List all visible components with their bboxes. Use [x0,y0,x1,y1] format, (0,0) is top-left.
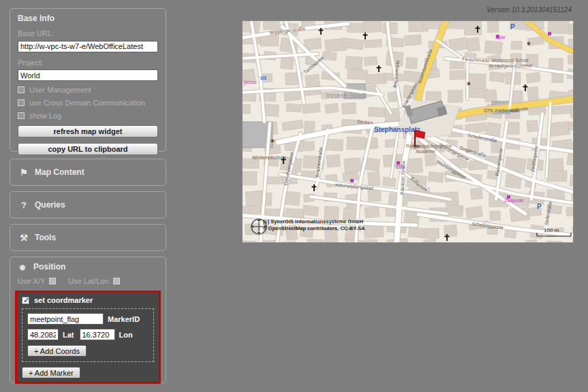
cross-domain-row: use Cross Domain Communication [18,99,158,107]
set-coordmarker-checkbox[interactable] [22,297,29,304]
svg-text:Spar: Spar [495,35,506,40]
svg-text:P: P [510,23,515,31]
bullet-icon: ◉ [18,263,27,271]
use-xy-checkbox[interactable] [49,278,56,284]
lat-lon-row: Lat Lon [27,329,149,340]
coordmarker-highlight-box: set coordmarker MarkerID Lat Lon + Add C… [15,291,161,384]
show-log-checkbox[interactable] [18,112,25,119]
cross-domain-checkbox[interactable] [18,99,25,106]
svg-text:Stephansplatz: Stephansplatz [374,126,420,133]
queries-panel[interactable]: ? Queries [10,191,166,218]
show-log-row: show Log [18,112,158,120]
set-coordmarker-label: set coordmarker [34,296,93,304]
svg-text:P: P [537,203,542,210]
tools-title: Tools [35,233,56,242]
lon-label: Lon [119,331,133,339]
svg-text:Zielpunkt: Zielpunkt [504,198,523,203]
svg-text:Innere Stadt: Innere Stadt [326,91,367,99]
svg-text:Akademie: Akademie [416,149,435,154]
base-url-input[interactable] [18,41,158,52]
lat-label: Lat [63,331,74,339]
question-icon: ? [19,200,29,210]
project-label: Project: [18,59,158,67]
marker-form-group: MarkerID Lat Lon + Add Coords [22,308,154,362]
marker-id-input[interactable] [27,313,104,325]
add-marker-button[interactable]: + Add Marker [22,367,80,378]
tools-panel[interactable]: ⚒ Tools [10,224,166,251]
svg-text:Montessori-Schule: Montessori-Schule [492,58,529,63]
user-management-label: User Management [29,86,91,94]
lat-input[interactable] [27,329,59,340]
lon-input[interactable] [80,329,115,340]
add-coords-button[interactable]: + Add Coords [27,345,87,357]
position-header[interactable]: ◉ Position [18,262,158,272]
map-copyright-line2: © OpenStreetMap contributors, CC-BY-SA [263,225,365,231]
refresh-map-widget-button[interactable]: refresh map widget [18,125,158,137]
svg-text:im Heiligenkreuzerhof: im Heiligenkreuzerhof [489,63,532,69]
user-management-checkbox[interactable] [18,86,25,93]
copy-url-button[interactable]: copy URL to clipboard [18,143,158,155]
base-info-title: Base Info [18,14,158,23]
project-input[interactable] [18,69,158,81]
map-content-title: Map Content [35,167,84,177]
cross-domain-label: use Cross Domain Communication [29,99,145,107]
wrench-icon: ⚒ [19,233,29,243]
use-xy-label: Use X/Y [18,277,45,285]
show-log-label: show Log [29,112,61,120]
flag-icon: ⚑ [19,167,29,178]
use-latlon-label: Use Lat/Lon [68,277,108,285]
scale-label: 100 m [544,227,559,233]
position-title: Position [33,262,65,272]
svg-text:U3: U3 [260,76,266,80]
svg-text:jasse: jasse [243,79,257,85]
use-latlon-checkbox[interactable] [113,278,120,284]
map-copyright-line1: (c) SynerGIS Informationssysteme GmbH [263,218,363,225]
base-url-label: Base URL: [18,29,158,37]
coordinate-mode-row: Use X/Y Use Lat/Lon [18,277,158,285]
map-canvas[interactable]: PP StephansplatzInnere StadtWinterreitsc… [243,21,573,242]
base-info-panel: Base Info Base URL: Project: User Manage… [10,8,166,152]
version-label: Version 10.3.201304151124 [486,6,572,14]
user-management-row: User Management [18,86,158,94]
marker-id-row: MarkerID [27,313,149,325]
map-widget[interactable]: PP StephansplatzInnere StadtWinterreitsc… [242,20,574,243]
queries-title: Queries [35,200,65,210]
map-content-panel[interactable]: ⚑ Map Content [10,159,166,186]
marker-id-label: MarkerID [108,315,140,323]
set-coordmarker-row: set coordmarker [22,296,154,304]
svg-text:Winterreitschule: Winterreitschule [252,155,286,160]
position-panel: ◉ Position Use X/Y Use Lat/Lon set coord… [10,257,166,383]
